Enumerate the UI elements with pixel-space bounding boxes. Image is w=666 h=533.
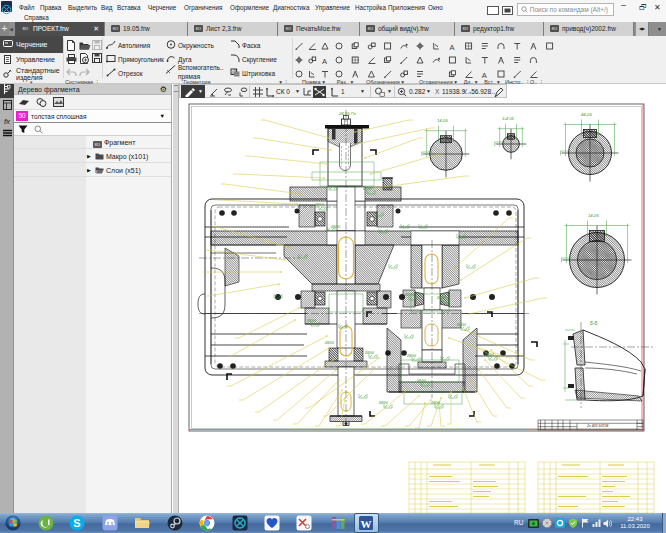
svg-text:Ø40k6: Ø40k6 xyxy=(364,351,374,355)
svg-text:Ø40k6: Ø40k6 xyxy=(314,203,324,207)
svg-text:Ø40k6: Ø40k6 xyxy=(306,319,316,323)
svg-text:24.05 Пз: 24.05 Пз xyxy=(338,111,356,116)
svg-text:3-4 05: 3-4 05 xyxy=(502,116,515,121)
svg-text:Ø40k6: Ø40k6 xyxy=(484,353,494,357)
svg-text:Ø40k6: Ø40k6 xyxy=(406,354,416,358)
svg-text:Ø40k6: Ø40k6 xyxy=(430,401,440,405)
svg-text:Ø40k6: Ø40k6 xyxy=(378,401,388,405)
svg-text:Ø40k6: Ø40k6 xyxy=(436,296,446,300)
svg-text:W: W xyxy=(361,518,372,530)
svg-text:44-05: 44-05 xyxy=(581,112,592,117)
svg-text:A: A xyxy=(449,43,454,52)
svg-text:Б-Б: Б-Б xyxy=(590,321,597,326)
svg-text:14-05: 14-05 xyxy=(588,213,599,218)
svg-text:S: S xyxy=(73,517,80,529)
svg-text:Ø40k6: Ø40k6 xyxy=(362,187,372,191)
svg-text:Ø40k6: Ø40k6 xyxy=(330,225,340,229)
svg-text:2х 420.5011В: 2х 420.5011В xyxy=(586,424,609,428)
svg-text:Ø40k6: Ø40k6 xyxy=(404,293,414,297)
svg-text:Ø40k6: Ø40k6 xyxy=(456,323,466,327)
svg-text:Ø40k6: Ø40k6 xyxy=(416,379,426,383)
svg-text:14-05: 14-05 xyxy=(437,118,448,123)
svg-text:Ø40k6: Ø40k6 xyxy=(324,341,334,345)
svg-text:A: A xyxy=(322,57,327,66)
